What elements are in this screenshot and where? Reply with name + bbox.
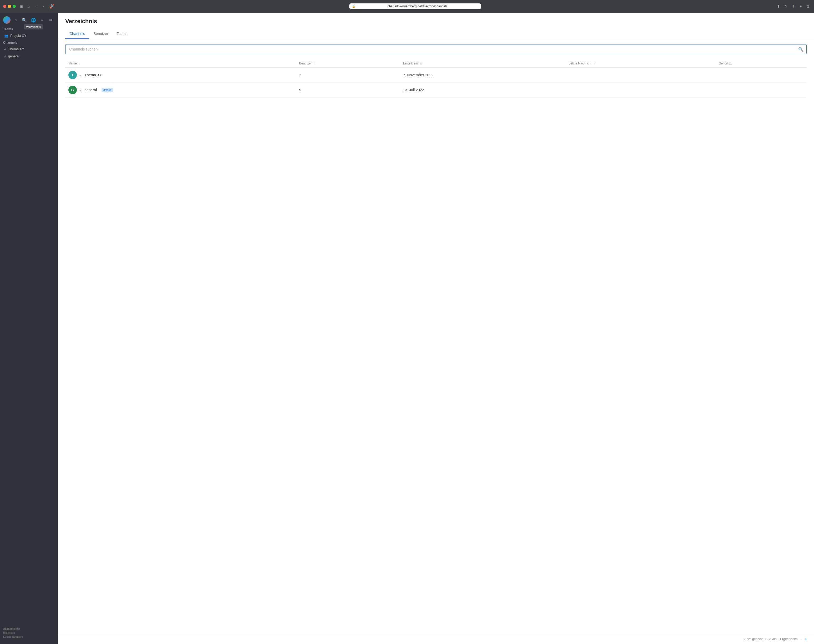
page-title: Verzeichnis bbox=[65, 18, 806, 25]
search-nav-icon[interactable]: 🔍 bbox=[21, 16, 28, 24]
table-body: T # Thema XY 2 7. November 2022 bbox=[65, 67, 806, 98]
sidebar-item-general[interactable]: # general bbox=[1, 53, 57, 60]
share-icon[interactable]: ⬆ bbox=[776, 3, 781, 9]
table-cell-users: 9 bbox=[296, 83, 400, 98]
lock-icon: 🔒 bbox=[352, 5, 355, 8]
col-users: Benutzer ⇅ bbox=[296, 60, 400, 67]
rocket-button[interactable]: 🚀 bbox=[49, 3, 55, 9]
sort-icon: ⇅ bbox=[314, 62, 316, 65]
sort-icon: ⇅ bbox=[420, 62, 422, 65]
home-nav-icon[interactable]: ⌂ bbox=[12, 16, 20, 24]
back-button[interactable]: ‹ bbox=[33, 3, 39, 9]
channel-name[interactable]: Thema XY bbox=[84, 73, 102, 77]
reload-icon[interactable]: ↻ bbox=[783, 3, 789, 9]
channel-hash-icon: # bbox=[80, 88, 81, 92]
content-area: 🔍 Name ↓ Benutzer ⇅ Er bbox=[58, 39, 814, 634]
maximize-button[interactable] bbox=[12, 5, 16, 8]
table-cell-name: G # general default bbox=[65, 83, 296, 98]
sidebar-footer: Akademie der Bildenden Künste Nürnberg bbox=[0, 624, 58, 642]
home-button[interactable]: ⌂ bbox=[26, 3, 32, 9]
address-bar[interactable]: 🔒 chat.adbk-nuernberg.de/directory/chann… bbox=[350, 3, 481, 9]
pagination-separator: · bbox=[801, 637, 802, 641]
search-input[interactable] bbox=[65, 44, 806, 54]
forward-button[interactable]: › bbox=[40, 3, 46, 9]
tab-grid-button[interactable]: ⊞ bbox=[18, 3, 24, 9]
channel-name[interactable]: general bbox=[84, 88, 97, 92]
sidebar: ⌂ 🔍 🌐 Verzeichnis ≡ ✏ Teams 👥 Projekt XY… bbox=[0, 12, 58, 644]
sort-nav-icon[interactable]: ≡ bbox=[38, 16, 46, 24]
directory-nav-icon[interactable]: 🌐 Verzeichnis bbox=[30, 16, 37, 24]
page-header: Verzeichnis bbox=[58, 12, 814, 29]
channel-row-name: G # general default bbox=[68, 86, 293, 94]
table-cell-name: T # Thema XY bbox=[65, 67, 296, 83]
directory-table: Name ↓ Benutzer ⇅ Erstellt am ⇅ Letzte bbox=[65, 60, 806, 98]
edit-nav-icon[interactable]: ✏ bbox=[48, 16, 55, 24]
sidebar-top-icons: ⌂ 🔍 🌐 Verzeichnis ≡ ✏ bbox=[0, 15, 58, 26]
new-tab-icon[interactable]: + bbox=[798, 3, 803, 9]
search-bar: 🔍 bbox=[65, 44, 806, 54]
minimize-button[interactable] bbox=[8, 5, 11, 8]
col-belongs-to: Gehört zu bbox=[715, 60, 806, 67]
tab-channels[interactable]: Channels bbox=[65, 29, 89, 39]
tab-benutzer[interactable]: Benutzer bbox=[89, 29, 112, 39]
channel-hash-icon: # bbox=[80, 73, 81, 77]
directory-tooltip: Verzeichnis bbox=[24, 24, 43, 29]
sort-icon: ⇅ bbox=[593, 62, 595, 65]
table-row: T # Thema XY 2 7. November 2022 bbox=[65, 67, 806, 83]
table-cell-created: 7. November 2022 bbox=[400, 67, 566, 83]
url-text: chat.adbk-nuernberg.de/directory/channel… bbox=[357, 5, 478, 8]
footer-text: Akademie der Bildenden Künste Nürnberg bbox=[3, 627, 55, 639]
sidebar-item-label: Thema XY bbox=[8, 47, 24, 51]
app-logo bbox=[3, 16, 11, 24]
tabs-icon[interactable]: ⧉ bbox=[805, 3, 811, 9]
table-cell-last-message bbox=[566, 83, 715, 98]
sidebar-item-label: general bbox=[8, 54, 20, 58]
pagination-page[interactable]: 1 bbox=[805, 637, 806, 641]
col-name: Name ↓ bbox=[65, 60, 296, 67]
browser-controls: ⊞ ⌂ ‹ › bbox=[18, 3, 46, 9]
channel-avatar: G bbox=[68, 86, 77, 94]
table-cell-belongs-to bbox=[715, 67, 806, 83]
table-row: G # general default 9 13. Juli 2022 bbox=[65, 83, 806, 98]
channels-section-label: Channels bbox=[0, 39, 58, 46]
sidebar-item-label: Projekt XY bbox=[10, 34, 26, 38]
traffic-lights bbox=[3, 5, 16, 8]
sidebar-item-projekt-xy[interactable]: 👥 Projekt XY bbox=[1, 32, 57, 39]
channel-row-name: T # Thema XY bbox=[68, 71, 293, 79]
col-last-message: Letzte Nachricht ⇅ bbox=[566, 60, 715, 67]
default-badge: default bbox=[101, 88, 113, 92]
search-submit-icon[interactable]: 🔍 bbox=[798, 47, 803, 52]
close-button[interactable] bbox=[3, 5, 6, 8]
table-cell-belongs-to bbox=[715, 83, 806, 98]
col-created: Erstellt am ⇅ bbox=[400, 60, 566, 67]
tabs-bar: Channels Benutzer Teams bbox=[58, 29, 814, 39]
main-content: Verzeichnis Channels Benutzer Teams 🔍 Na… bbox=[58, 12, 814, 644]
table-header: Name ↓ Benutzer ⇅ Erstellt am ⇅ Letzte bbox=[65, 60, 806, 67]
footer-bold: Akademie bbox=[3, 627, 15, 630]
table-cell-last-message bbox=[566, 67, 715, 83]
table-cell-users: 2 bbox=[296, 67, 400, 83]
browser-chrome: ⊞ ⌂ ‹ › 🚀 🔒 chat.adbk-nuernberg.de/direc… bbox=[0, 0, 814, 12]
team-icon: 👥 bbox=[4, 34, 8, 38]
sort-icon: ↓ bbox=[79, 62, 80, 65]
channel-icon: # bbox=[4, 48, 6, 51]
app-container: ⌂ 🔍 🌐 Verzeichnis ≡ ✏ Teams 👥 Projekt XY… bbox=[0, 12, 814, 644]
downloads-icon[interactable]: ⬇ bbox=[790, 3, 796, 9]
browser-actions: ⬆ ↻ ⬇ + ⧉ bbox=[776, 3, 811, 9]
tab-teams[interactable]: Teams bbox=[112, 29, 132, 39]
sidebar-item-thema-xy[interactable]: # Thema XY bbox=[1, 46, 57, 52]
pagination-text: Anzeigen von 1 - 2 von 2 Ergebnissen bbox=[744, 637, 798, 641]
channel-icon: # bbox=[4, 54, 6, 58]
table-cell-created: 13. Juli 2022 bbox=[400, 83, 566, 98]
pagination-bar: Anzeigen von 1 - 2 von 2 Ergebnissen · 1 bbox=[58, 634, 814, 644]
channel-avatar: T bbox=[68, 71, 77, 79]
